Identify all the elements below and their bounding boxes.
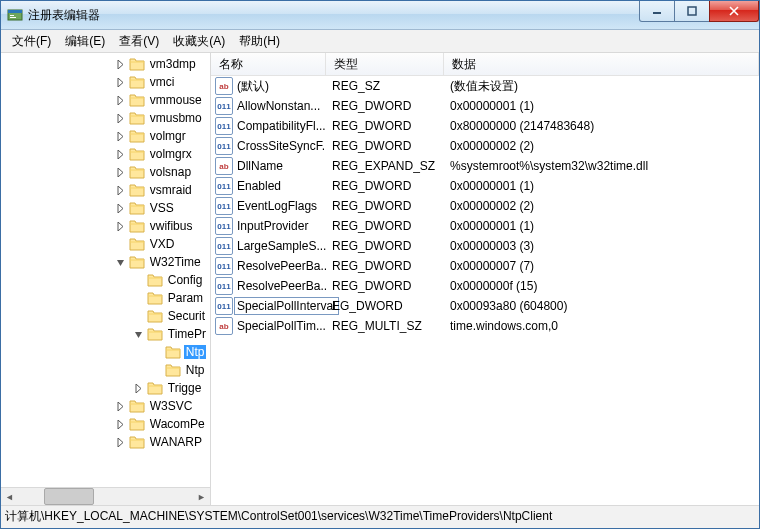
tree-item[interactable]: volmgrx: [68, 145, 210, 163]
tree-item[interactable]: vwifibus: [68, 217, 210, 235]
scroll-thumb[interactable]: [44, 488, 94, 505]
rename-edit-box[interactable]: SpecialPollInterval: [234, 297, 339, 315]
registry-value-row[interactable]: abSpecialPollTim...REG_MULTI_SZtime.wind…: [211, 316, 759, 336]
column-header-name[interactable]: 名称: [211, 53, 326, 75]
tree-item[interactable]: volmgr: [68, 127, 210, 145]
tree-item-label: VXD: [148, 237, 177, 251]
tree-item[interactable]: volsnap: [68, 163, 210, 181]
tree-expand-icon[interactable]: [113, 438, 129, 447]
tree-collapse-icon[interactable]: [131, 330, 147, 339]
tree-expand-icon[interactable]: [113, 168, 129, 177]
tree-item[interactable]: VXD: [68, 235, 210, 253]
value-type-cell: REG_DWORD: [326, 279, 444, 293]
tree-item-label: vmci: [148, 75, 177, 89]
tree-expand-icon[interactable]: [113, 150, 129, 159]
title-bar[interactable]: 注册表编辑器: [1, 1, 759, 30]
menu-file[interactable]: 文件(F): [5, 30, 58, 53]
tree-item-label: Config: [166, 273, 205, 287]
tree-item[interactable]: W3SVC: [68, 397, 210, 415]
menu-edit[interactable]: 编辑(E): [58, 30, 112, 53]
registry-tree: vm3dmpvmcivmmousevmusbmovolmgrvolmgrxvol…: [68, 53, 210, 451]
menu-help[interactable]: 帮助(H): [232, 30, 287, 53]
tree-item[interactable]: Config: [68, 271, 210, 289]
registry-value-row[interactable]: 011LargeSampleS...REG_DWORD0x00000003 (3…: [211, 236, 759, 256]
tree-item[interactable]: vmci: [68, 73, 210, 91]
dword-value-icon: 011: [215, 257, 233, 275]
value-data-cell: 0x00000002 (2): [444, 199, 759, 213]
tree-item-label: Param: [166, 291, 205, 305]
registry-value-row[interactable]: 011SpecialPollIntervalEG_DWORD0x00093a80…: [211, 296, 759, 316]
registry-value-row[interactable]: 011InputProviderREG_DWORD0x00000001 (1): [211, 216, 759, 236]
tree-item-label: vsmraid: [148, 183, 194, 197]
value-name-cell: 011CrossSiteSyncF...: [211, 137, 326, 155]
tree-item-label: volmgrx: [148, 147, 194, 161]
maximize-button[interactable]: [674, 1, 710, 22]
value-name-cell: 011CompatibilityFl...: [211, 117, 326, 135]
menu-view[interactable]: 查看(V): [112, 30, 166, 53]
tree-item[interactable]: W32Time: [68, 253, 210, 271]
value-type-cell: REG_DWORD: [326, 219, 444, 233]
registry-value-row[interactable]: 011EnabledREG_DWORD0x00000001 (1): [211, 176, 759, 196]
tree-expand-icon[interactable]: [113, 132, 129, 141]
value-name-label: ResolvePeerBa...: [237, 279, 326, 293]
list-body[interactable]: ab(默认)REG_SZ(数值未设置)011AllowNonstan...REG…: [211, 76, 759, 505]
tree-item-label: Ntp: [184, 345, 207, 359]
column-header-data[interactable]: 数据: [444, 53, 759, 75]
tree-item-label: TimePr: [166, 327, 208, 341]
registry-value-row[interactable]: ab(默认)REG_SZ(数值未设置): [211, 76, 759, 96]
dword-value-icon: 011: [215, 137, 233, 155]
tree-item-label: volmgr: [148, 129, 188, 143]
registry-value-row[interactable]: 011AllowNonstan...REG_DWORD0x00000001 (1…: [211, 96, 759, 116]
close-button[interactable]: [709, 1, 759, 22]
scroll-right-icon[interactable]: ►: [193, 488, 210, 505]
tree-collapse-icon[interactable]: [113, 258, 129, 267]
tree-expand-icon[interactable]: [113, 204, 129, 213]
tree-item[interactable]: vmusbmo: [68, 109, 210, 127]
tree-expand-icon[interactable]: [113, 60, 129, 69]
tree-scroll-area[interactable]: vm3dmpvmcivmmousevmusbmovolmgrvolmgrxvol…: [1, 53, 210, 487]
registry-value-row[interactable]: 011CompatibilityFl...REG_DWORD0x80000000…: [211, 116, 759, 136]
value-data-cell: 0x00000003 (3): [444, 239, 759, 253]
tree-expand-icon[interactable]: [113, 78, 129, 87]
column-header-type[interactable]: 类型: [326, 53, 444, 75]
tree-item[interactable]: Securit: [68, 307, 210, 325]
value-name-cell: 011AllowNonstan...: [211, 97, 326, 115]
scroll-left-icon[interactable]: ◄: [1, 488, 18, 505]
tree-hscrollbar[interactable]: ◄ ►: [1, 487, 210, 505]
tree-item[interactable]: Ntp: [68, 361, 210, 379]
tree-item[interactable]: VSS: [68, 199, 210, 217]
menu-favorites[interactable]: 收藏夹(A): [166, 30, 232, 53]
tree-expand-icon[interactable]: [113, 186, 129, 195]
tree-expand-icon[interactable]: [113, 96, 129, 105]
registry-value-row[interactable]: 011ResolvePeerBa...REG_DWORD0x00000007 (…: [211, 256, 759, 276]
registry-value-row[interactable]: abDllNameREG_EXPAND_SZ%systemroot%\syste…: [211, 156, 759, 176]
tree-expand-icon[interactable]: [131, 384, 147, 393]
value-type-cell: REG_EXPAND_SZ: [326, 159, 444, 173]
tree-item[interactable]: vsmraid: [68, 181, 210, 199]
value-name-cell: 011InputProvider: [211, 217, 326, 235]
tree-item[interactable]: vmmouse: [68, 91, 210, 109]
dword-value-icon: 011: [215, 277, 233, 295]
tree-expand-icon[interactable]: [113, 420, 129, 429]
registry-value-row[interactable]: 011ResolvePeerBa...REG_DWORD0x0000000f (…: [211, 276, 759, 296]
tree-expand-icon[interactable]: [113, 222, 129, 231]
value-name-cell: abDllName: [211, 157, 326, 175]
registry-value-row[interactable]: 011EventLogFlagsREG_DWORD0x00000002 (2): [211, 196, 759, 216]
tree-expand-icon[interactable]: [113, 402, 129, 411]
value-name-cell: 011Enabled: [211, 177, 326, 195]
tree-item[interactable]: Param: [68, 289, 210, 307]
tree-item[interactable]: WANARP: [68, 433, 210, 451]
value-type-cell: REG_DWORD: [326, 139, 444, 153]
tree-item[interactable]: Trigge: [68, 379, 210, 397]
tree-item[interactable]: TimePr: [68, 325, 210, 343]
registry-value-row[interactable]: 011CrossSiteSyncF...REG_DWORD0x00000002 …: [211, 136, 759, 156]
value-name-label: CompatibilityFl...: [237, 119, 326, 133]
list-header: 名称 类型 数据: [211, 53, 759, 76]
tree-item[interactable]: vm3dmp: [68, 55, 210, 73]
tree-expand-icon[interactable]: [113, 114, 129, 123]
tree-item[interactable]: WacomPe: [68, 415, 210, 433]
value-name-cell: abSpecialPollTim...: [211, 317, 326, 335]
minimize-button[interactable]: [639, 1, 675, 22]
tree-item[interactable]: Ntp: [68, 343, 210, 361]
string-value-icon: ab: [215, 157, 233, 175]
